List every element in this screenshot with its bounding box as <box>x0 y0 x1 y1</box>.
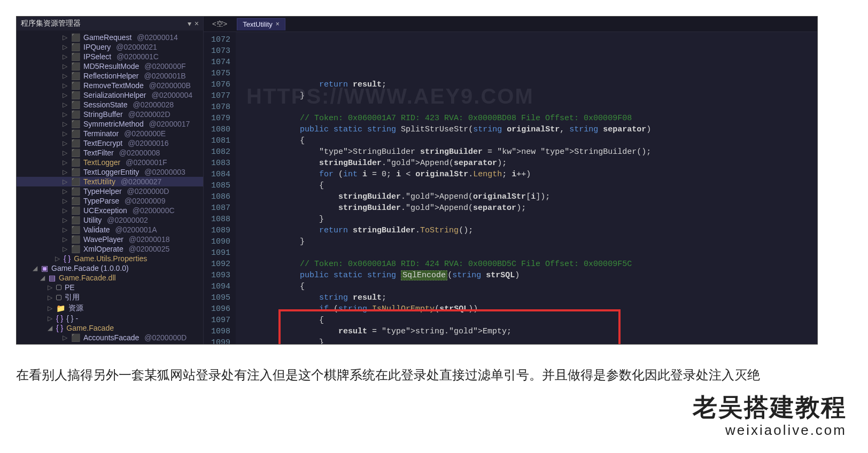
chevron-icon[interactable]: ◢ <box>46 324 53 332</box>
tree-item-game-facade[interactable]: ◢{ }Game.Facade <box>17 323 203 333</box>
tree-item-utility[interactable]: ▷⬛Utility@02000002 <box>17 215 203 225</box>
chevron-icon[interactable]: ▷ <box>61 63 68 70</box>
tree-item-serializationhelper[interactable]: ▷⬛SerializationHelper@02000004 <box>17 90 203 100</box>
tree-item--[interactable]: ▷引用 <box>17 292 203 303</box>
chevron-icon[interactable]: ▷ <box>61 91 68 99</box>
chevron-icon[interactable]: ▷ <box>61 72 68 80</box>
code-line-1096[interactable]: } <box>242 337 817 344</box>
chevron-icon[interactable]: ▷ <box>61 245 68 253</box>
tree-item-xmloperate[interactable]: ▷⬛XmlOperate@02000025 <box>17 244 203 254</box>
chevron-icon[interactable]: ▷ <box>61 149 68 157</box>
code-line-1081[interactable]: for (int i = 0; i < originalStr.Length; … <box>242 169 817 180</box>
chevron-icon[interactable]: ▷ <box>61 101 68 108</box>
code-line-1074[interactable]: } <box>242 90 817 101</box>
code-body[interactable]: return result; } // Token: 0x060001A7 RI… <box>236 32 817 344</box>
tree-item-sessionstate[interactable]: ▷⬛SessionState@02000028 <box>17 100 203 110</box>
line-number: 1097 <box>204 315 230 326</box>
chevron-icon[interactable]: ▷ <box>61 178 68 185</box>
tree-item-accountsfacade[interactable]: ▷⬛AccountsFacade@0200000D <box>17 333 203 342</box>
chevron-icon[interactable]: ▷ <box>61 159 68 166</box>
chevron-icon[interactable]: ▷ <box>61 226 68 233</box>
code-line-1089[interactable]: // Token: 0x060001A8 RID: 424 RVA: 0x000… <box>242 259 817 270</box>
tab-close-icon[interactable]: × <box>276 20 280 28</box>
tree-item-textencrypt[interactable]: ▷⬛TextEncrypt@02000016 <box>17 138 203 148</box>
tree-item-textloggerentity[interactable]: ▷⬛TextLoggerEntity@02000003 <box>17 167 203 177</box>
tree-item-typeparse[interactable]: ▷⬛TypeParse@02000009 <box>17 196 203 206</box>
tree-item-ucexception[interactable]: ▷⬛UCException@0200000C <box>17 206 203 215</box>
tree-item-terminator[interactable]: ▷⬛Terminator@0200000E <box>17 129 203 138</box>
chevron-icon[interactable]: ▷ <box>61 216 68 224</box>
chevron-icon[interactable]: ▷ <box>46 294 53 301</box>
chevron-icon[interactable]: ▷ <box>61 188 68 195</box>
code-line-1082[interactable]: { <box>242 180 817 191</box>
chevron-icon[interactable]: ◢ <box>39 274 45 282</box>
code-line-1083[interactable]: stringBuilder."gold">Append(originalStr[… <box>242 191 817 202</box>
code-line-1076[interactable]: // Token: 0x060001A7 RID: 423 RVA: 0x000… <box>242 113 817 124</box>
explorer-dropdown-icon[interactable]: ▾ <box>188 19 191 28</box>
code-line-1080[interactable]: stringBuilder."gold">Append(separator); <box>242 158 817 169</box>
code-line-1092[interactable]: string result; <box>242 292 817 303</box>
chevron-icon[interactable]: ▷ <box>61 236 68 243</box>
code-line-1088[interactable] <box>242 247 817 259</box>
chevron-icon[interactable]: ▷ <box>46 284 53 291</box>
chevron-icon[interactable]: ▷ <box>61 82 68 89</box>
tree-item-textlogger[interactable]: ▷⬛TextLogger@0200001F <box>17 158 203 167</box>
tree-item--[interactable]: ▷📁资源 <box>17 303 203 314</box>
chevron-icon[interactable]: ▷ <box>54 255 60 262</box>
tree-item-game-utils-properties[interactable]: ▷{ }Game.Utils.Properties <box>17 254 203 263</box>
tree-item-ipselect[interactable]: ▷⬛IPSelect@0200001C <box>17 52 203 61</box>
tree-item-md5resultmode[interactable]: ▷⬛MD5ResultMode@0200000F <box>17 61 203 71</box>
code-line-1072[interactable] <box>242 68 817 79</box>
tree-item-symmetricmethod[interactable]: ▷⬛SymmetricMethod@02000017 <box>17 119 203 129</box>
chevron-icon[interactable]: ▷ <box>61 139 68 147</box>
code-line-1086[interactable]: return stringBuilder.ToString(); <box>242 225 817 236</box>
tree-item-ipquery[interactable]: ▷⬛IPQuery@02000021 <box>17 42 203 52</box>
code-line-1079[interactable]: "type">StringBuilder stringBuilder = "kw… <box>242 146 817 158</box>
code-line-1077[interactable]: public static string SplitStrUseStr(stri… <box>242 124 817 135</box>
code-line-1094[interactable]: { <box>242 315 817 326</box>
code-line-1085[interactable]: } <box>242 214 817 225</box>
tree-item-game-facade-1-0-0-0-[interactable]: ◢▣Game.Facade (1.0.0.0) <box>17 263 203 273</box>
chevron-icon[interactable]: ▷ <box>61 207 68 214</box>
tree-item-textfilter[interactable]: ▷⬛TextFilter@02000008 <box>17 148 203 158</box>
code-line-1075[interactable] <box>242 101 817 113</box>
chevron-icon[interactable]: ▷ <box>61 130 68 137</box>
tree-item-game-facade-dll[interactable]: ◢▤Game.Facade.dll <box>17 273 203 283</box>
tree-item-pe[interactable]: ▷PE <box>17 283 203 292</box>
tree-item-validate[interactable]: ▷⬛Validate@0200001A <box>17 225 203 235</box>
explorer-close-icon[interactable]: × <box>195 19 199 28</box>
code-line-1093[interactable]: if (string.IsNullOrEmpty(strSQL)) <box>242 303 817 315</box>
chevron-icon[interactable]: ▷ <box>61 120 68 128</box>
chevron-icon[interactable]: ▷ <box>61 334 68 341</box>
code-line-1078[interactable]: { <box>242 135 817 146</box>
tree-item-reflectionhelper[interactable]: ▷⬛ReflectionHelper@0200001B <box>17 71 203 81</box>
chevron-icon[interactable]: ▷ <box>46 304 53 312</box>
chevron-icon[interactable]: ▷ <box>61 53 68 60</box>
tab-textutility[interactable]: TextUtility × <box>237 18 285 30</box>
chevron-icon[interactable]: ◢ <box>32 264 38 272</box>
code-line-1095[interactable]: result = "type">string."gold">Empty; <box>242 326 817 337</box>
code-line-1090[interactable]: public static string SqlEncode(string st… <box>242 270 817 281</box>
tree-item-textutility[interactable]: ▷⬛TextUtility@02000027 <box>17 177 203 186</box>
chevron-icon[interactable]: ▷ <box>61 34 68 41</box>
chevron-icon[interactable]: ▷ <box>61 43 68 51</box>
code-line-1084[interactable]: stringBuilder."gold">Append(separator); <box>242 202 817 214</box>
chevron-icon[interactable]: ▷ <box>61 197 68 205</box>
tree-item-typehelper[interactable]: ▷⬛TypeHelper@0200000D <box>17 186 203 196</box>
tree-item-removetextmode[interactable]: ▷⬛RemoveTextMode@0200000B <box>17 81 203 90</box>
line-number: 1080 <box>204 124 230 135</box>
tree-item--[interactable]: ▷{ }{ } - <box>17 314 203 323</box>
tree-item-waveplayer[interactable]: ▷⬛WavePlayer@02000018 <box>17 235 203 244</box>
chevron-icon[interactable]: ▷ <box>61 168 68 176</box>
code-line-1087[interactable]: } <box>242 236 817 247</box>
tree-item-gamerequest[interactable]: ▷⬛GameRequest@02000014 <box>17 33 203 42</box>
tab-textutility-label: TextUtility <box>243 20 273 28</box>
tree-item-meta: @02000028 <box>133 100 174 109</box>
chevron-icon[interactable]: ▷ <box>46 315 53 322</box>
chevron-icon[interactable]: ▷ <box>61 111 68 118</box>
tab-empty[interactable]: <空> <box>207 18 232 30</box>
code-line-1091[interactable]: { <box>242 281 817 292</box>
tree-item-stringbuffer[interactable]: ▷⬛StringBuffer@0200002D <box>17 110 203 119</box>
explorer-tree[interactable]: ▷⬛GameRequest@02000014▷⬛IPQuery@02000021… <box>17 30 203 344</box>
code-line-1073[interactable]: return result; <box>242 79 817 90</box>
